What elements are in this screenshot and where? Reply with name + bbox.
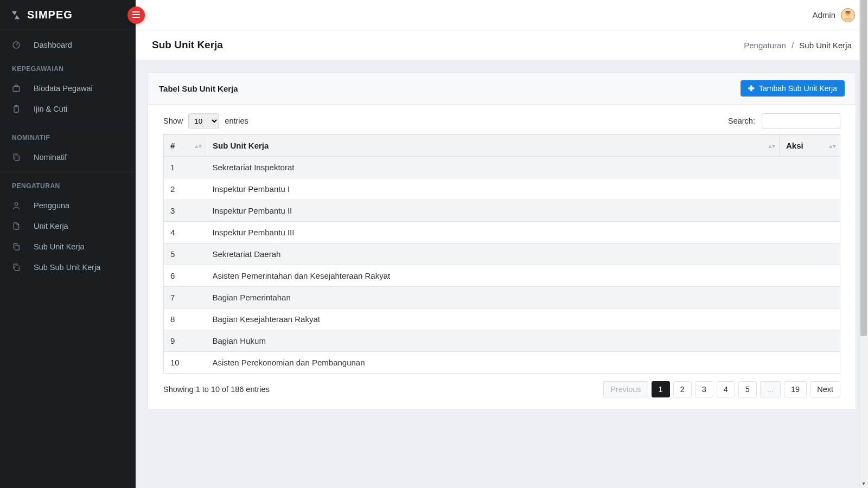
cell-name: Inspektur Pembantu II: [206, 200, 780, 222]
sort-icon: ▲▼: [194, 144, 201, 147]
datatable-length: Show 102550100 entries: [163, 113, 248, 129]
cell-index: 9: [164, 330, 206, 352]
sidebar-item-sub-unit-kerja[interactable]: Sub Unit Kerja: [0, 236, 136, 257]
cell-index: 6: [164, 265, 206, 287]
cell-action: [780, 243, 840, 265]
sidebar-item-dashboard[interactable]: Dashboard: [0, 35, 136, 55]
sidebar-item-ijin-cuti[interactable]: Ijin & Cuti: [0, 99, 136, 119]
pagination-page-2[interactable]: 2: [673, 381, 692, 397]
sidebar-toggle-button[interactable]: [127, 7, 145, 24]
svg-rect-4: [15, 156, 19, 160]
sidebar-item-label: Biodata Pegawai: [34, 84, 93, 93]
length-show-label: Show: [163, 117, 183, 125]
sidebar-section-header: NOMINATIF: [0, 124, 136, 147]
copy-icon: [12, 263, 21, 272]
cell-index: 7: [164, 287, 206, 309]
table-row: 1Sekretariat Inspektorat: [164, 157, 840, 178]
cell-name: Inspektur Pembantu I: [206, 178, 780, 200]
sidebar-item-label: Dashboard: [34, 41, 72, 49]
brand-mark-icon: [10, 9, 22, 21]
svg-rect-7: [15, 266, 19, 271]
sidebar-item-biodata-pegawai[interactable]: Biodata Pegawai: [0, 78, 136, 99]
pagination-page-4[interactable]: 4: [717, 381, 735, 397]
breadcrumb-separator: /: [792, 41, 794, 50]
cell-index: 2: [164, 178, 206, 200]
cell-action: [780, 265, 840, 287]
sidebar-item-pengguna[interactable]: Pengguna: [0, 195, 136, 216]
file-icon: [12, 222, 21, 230]
sidebar-item-label: Unit Kerja: [34, 222, 68, 230]
sidebar-item-nominatif[interactable]: Nominatif: [0, 147, 136, 168]
pagination-previous: Previous: [603, 381, 648, 397]
table-row: 2Inspektur Pembantu I: [164, 178, 840, 200]
page-title: Sub Unit Kerja: [152, 39, 223, 51]
sidebar: SIMPEG Dashboard KEPEGAWAIANBiodata Pega…: [0, 0, 136, 488]
pagination-next[interactable]: Next: [810, 381, 840, 397]
scrollbar[interactable]: ▲ ▼: [859, 0, 868, 488]
scrollbar-thumb[interactable]: [860, 0, 867, 336]
menu-icon: [132, 11, 140, 20]
svg-rect-6: [15, 245, 19, 250]
cell-action: [780, 200, 840, 222]
user-name: Admin: [812, 10, 835, 20]
cell-name: Sekretariat Daerah: [206, 243, 780, 265]
pagination: Previous12345...19Next: [603, 381, 840, 397]
cell-action: [780, 178, 840, 200]
topbar: Admin: [136, 0, 868, 30]
datatable-info: Showing 1 to 10 of 186 entries: [163, 385, 270, 394]
column-header-name[interactable]: Sub Unit Kerja ▲▼: [206, 134, 780, 157]
cell-name: Asisten Perekonomian dan Pembangunan: [206, 352, 780, 374]
search-label: Search:: [728, 117, 755, 125]
cell-name: Bagian Pemerintahan: [206, 287, 780, 309]
column-header-index[interactable]: # ▲▼: [164, 134, 206, 157]
breadcrumb-parent[interactable]: Pengaturan: [744, 41, 786, 50]
sidebar-item-label: Pengguna: [34, 201, 69, 210]
copy-icon: [12, 153, 21, 162]
search-input[interactable]: [762, 113, 840, 129]
sidebar-item-unit-kerja[interactable]: Unit Kerja: [0, 216, 136, 236]
table-row: 10Asisten Perekonomian dan Pembangunan: [164, 352, 840, 374]
svg-point-5: [15, 203, 17, 206]
dashboard-icon: [12, 41, 21, 49]
cell-action: [780, 352, 840, 374]
table-row: 7Bagian Pemerintahan: [164, 287, 840, 309]
page-header: Sub Unit Kerja Pengaturan / Sub Unit Ker…: [136, 30, 868, 60]
sidebar-section-header: KEPEGAWAIAN: [0, 55, 136, 78]
user-menu[interactable]: Admin: [812, 8, 855, 22]
pagination-page-1[interactable]: 1: [652, 381, 670, 397]
cell-index: 1: [164, 157, 206, 178]
cell-name: Inspektur Pembantu III: [206, 222, 780, 243]
breadcrumb: Pengaturan / Sub Unit Kerja: [744, 41, 852, 50]
datatable-search: Search:: [728, 113, 840, 129]
length-entries-label: entries: [225, 117, 248, 125]
plus-icon: ✚: [748, 84, 755, 93]
cell-name: Bagian Hukum: [206, 330, 780, 352]
breadcrumb-current: Sub Unit Kerja: [799, 41, 852, 50]
clipboard-icon: [12, 105, 21, 113]
length-select[interactable]: 102550100: [188, 113, 219, 129]
sidebar-item-label: Sub Unit Kerja: [34, 242, 85, 251]
user-icon: [12, 201, 21, 210]
sidebar-item-label: Ijin & Cuti: [34, 105, 67, 113]
table-row: 4Inspektur Pembantu III: [164, 222, 840, 243]
pagination-page-3[interactable]: 3: [695, 381, 713, 397]
brand-name: SIMPEG: [27, 9, 73, 21]
brand-logo[interactable]: SIMPEG: [0, 0, 136, 30]
cell-name: Bagian Kesejahteraan Rakyat: [206, 309, 780, 330]
briefcase-icon: [12, 84, 21, 93]
sidebar-item-label: Sub Sub Unit Kerja: [34, 263, 100, 272]
column-header-action[interactable]: Aksi ▲▼: [780, 134, 840, 157]
svg-rect-1: [13, 87, 20, 92]
scroll-down-icon[interactable]: ▼: [859, 479, 868, 488]
pagination-page-19[interactable]: 19: [784, 381, 807, 397]
cell-name: Asisten Pemerintahan dan Kesejahteraan R…: [206, 265, 780, 287]
cell-action: [780, 287, 840, 309]
cell-index: 3: [164, 200, 206, 222]
add-sub-unit-kerja-button[interactable]: ✚ Tambah Sub Unit Kerja: [741, 80, 845, 97]
cell-action: [780, 309, 840, 330]
sidebar-item-sub-sub-unit-kerja[interactable]: Sub Sub Unit Kerja: [0, 257, 136, 278]
pagination-page-5[interactable]: 5: [738, 381, 757, 397]
table-row: 5Sekretariat Daerah: [164, 243, 840, 265]
cell-index: 5: [164, 243, 206, 265]
table-row: 3Inspektur Pembantu II: [164, 200, 840, 222]
